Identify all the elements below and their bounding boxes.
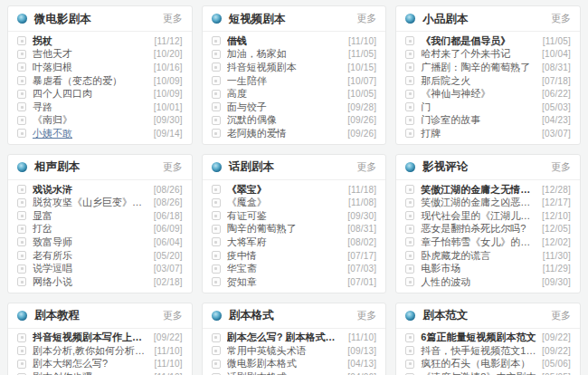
list-item: 有证可鉴[09/30] xyxy=(212,209,377,223)
doc-bullet-icon xyxy=(405,333,414,342)
article-link[interactable]: 《速度与激情8》中文剧本 xyxy=(421,370,536,375)
article-link[interactable]: 章子怡韩雪《女儿》的寒蝉效应 xyxy=(421,236,536,249)
article-link[interactable]: 《魔盒》 xyxy=(227,196,343,209)
list-item: 暴虐看（变态的爱）[10/09] xyxy=(17,74,183,88)
panel-short-video-scripts: 短视频剧本 更多 借钱[11/10]加油，杨家如[11/05]抖音短视频剧本[1… xyxy=(202,5,387,145)
article-date: [09/22] xyxy=(542,332,571,342)
more-link[interactable]: 更多 xyxy=(163,12,183,25)
article-link[interactable]: 说学逗唱 xyxy=(33,262,148,275)
article-date: [10/07] xyxy=(347,76,376,86)
article-link[interactable]: 脱贫攻坚《山乡巨变》四人表演唱 xyxy=(33,196,148,209)
article-link[interactable]: 话剧剧本格式 xyxy=(227,370,343,375)
list-item: 说学逗唱[03/07] xyxy=(17,262,183,275)
more-link[interactable]: 更多 xyxy=(356,12,376,25)
article-date: [07/18] xyxy=(542,76,571,86)
article-link[interactable]: 抖音，快手短视频范文10篇 xyxy=(421,344,536,358)
article-link[interactable]: 疯狂的石头（电影剧本） xyxy=(421,357,536,370)
article-link[interactable]: 门 xyxy=(421,101,536,114)
article-link[interactable]: 网络小说 xyxy=(33,275,148,289)
article-link[interactable]: 寻路 xyxy=(33,101,148,114)
article-link[interactable]: 老阿姨的爱情 xyxy=(227,127,343,140)
article-link[interactable]: 《神仙与神经》 xyxy=(421,87,536,101)
article-date: [11/12] xyxy=(154,36,182,46)
article-link[interactable]: 致富导师 xyxy=(33,236,148,249)
article-link[interactable]: 高度 xyxy=(227,87,343,101)
article-date: [10/05] xyxy=(347,89,376,99)
panel-header: 话剧剧本 更多 xyxy=(203,155,386,180)
article-link[interactable]: 暴虐看（变态的爱） xyxy=(33,74,148,88)
article-link[interactable]: 借钱 xyxy=(227,34,343,48)
article-link[interactable]: 吉他天才 xyxy=(33,47,148,61)
article-link[interactable]: 电影市场 xyxy=(421,262,536,275)
article-link[interactable]: 四个人四口肉 xyxy=(33,87,148,101)
doc-bullet-icon xyxy=(212,346,221,355)
doc-bullet-icon xyxy=(405,90,414,99)
article-link[interactable]: 人性的波动 xyxy=(421,275,536,289)
article-link[interactable]: 《南归》 xyxy=(33,113,148,127)
doc-bullet-icon xyxy=(212,36,221,45)
panel-title: 影视评论 xyxy=(422,160,468,173)
article-date: [11/05] xyxy=(543,36,571,46)
article-link[interactable]: 面与饺子 xyxy=(227,101,343,114)
article-link[interactable]: 笑傲江湖的金庸之无情男与渣男 xyxy=(421,183,536,197)
article-link[interactable]: 打牌 xyxy=(421,127,536,140)
list-item: 网络小说[02/18] xyxy=(17,275,183,289)
article-date: [09/22] xyxy=(154,332,183,342)
article-date: [11/10] xyxy=(154,346,182,356)
article-link[interactable]: 打岔 xyxy=(33,222,148,236)
article-link[interactable]: 显富 xyxy=(33,209,148,223)
article-link[interactable]: 恶女是翻拍杀死比尔吗? xyxy=(421,222,536,236)
article-link[interactable]: 门诊室的故事 xyxy=(421,113,536,127)
article-link[interactable]: 6篇正能量短视频剧本范文 xyxy=(421,331,536,344)
article-link[interactable]: 抖音短视频剧本 xyxy=(227,61,343,74)
more-link[interactable]: 更多 xyxy=(356,309,376,322)
article-link[interactable]: 常用中英镜头术语 xyxy=(227,344,343,358)
article-link[interactable]: 加油，杨家如 xyxy=(227,47,343,61)
article-link[interactable]: 贺知章 xyxy=(227,275,343,289)
article-link[interactable]: 小姨不敢 xyxy=(33,127,148,140)
more-link[interactable]: 更多 xyxy=(551,160,571,174)
panel-microfilm-scripts: 微电影剧本 更多 拐杖[11/12]吉他天才[10/20]叶落归根[10/16]… xyxy=(7,5,193,145)
article-date: [06/09] xyxy=(154,224,183,234)
article-link[interactable]: 《翠宝》 xyxy=(227,183,343,197)
article-link[interactable]: 广播剧：陶辛的葡萄熟了 xyxy=(421,61,536,74)
article-link[interactable]: 老有所乐 xyxy=(33,249,148,263)
more-link[interactable]: 更多 xyxy=(551,309,571,322)
more-link[interactable]: 更多 xyxy=(163,160,183,174)
more-link[interactable]: 更多 xyxy=(356,160,376,174)
article-list: 拐杖[11/12]吉他天才[10/20]叶落归根[10/16]暴虐看（变态的爱）… xyxy=(8,32,192,144)
doc-bullet-icon xyxy=(17,251,26,260)
article-link[interactable]: 哈村来了个外来书记 xyxy=(421,47,536,61)
article-date: [08/26] xyxy=(154,185,183,195)
article-date: [09/26] xyxy=(347,115,376,125)
article-link[interactable]: 《我们都是倡导员》 xyxy=(421,34,536,48)
article-link[interactable]: 剧本大纲怎么写? xyxy=(33,357,148,370)
more-link[interactable]: 更多 xyxy=(163,309,183,322)
article-link[interactable]: 戏说水浒 xyxy=(33,183,148,197)
article-link[interactable]: 一生陪伴 xyxy=(227,74,343,88)
article-date: [11/10] xyxy=(348,332,376,342)
category-dot-icon xyxy=(17,14,27,24)
article-link[interactable]: 微电影剧本格式 xyxy=(227,357,343,370)
article-link[interactable]: 笑傲江湖的金庸之凶恶毒妇与英雄 xyxy=(421,196,536,209)
article-link[interactable]: 有证可鉴 xyxy=(227,209,343,223)
article-link[interactable]: 抖音短视频剧本写作上热门技巧 xyxy=(33,331,148,344)
article-date: [05/03] xyxy=(542,102,571,112)
article-link[interactable]: 剧本分析,教你如何分析剧本 xyxy=(33,344,148,358)
article-link[interactable]: 陶辛的葡萄熟了 xyxy=(227,222,343,236)
article-link[interactable]: 叶落归根 xyxy=(33,61,148,74)
article-link[interactable]: 大将军府 xyxy=(227,236,343,249)
doc-bullet-icon xyxy=(17,76,26,85)
article-link[interactable]: 沉默的偶像 xyxy=(227,113,343,127)
doc-bullet-icon xyxy=(212,277,221,286)
article-link[interactable]: 拐杖 xyxy=(33,34,148,48)
article-link[interactable]: 华宝斋 xyxy=(227,262,343,275)
article-link[interactable]: 现代社会里的《江湖儿女》装满酒的脸盆 xyxy=(421,209,536,223)
article-link[interactable]: 卧虎藏龙的谎言 xyxy=(421,249,536,263)
article-date: [09/13] xyxy=(347,346,376,356)
article-link[interactable]: 剧本怎么写? 剧本格式规范 xyxy=(227,331,343,344)
article-link[interactable]: 那后院之火 xyxy=(421,74,536,88)
article-link[interactable]: 疫中情 xyxy=(227,249,343,263)
article-link[interactable]: 剧本创作步骤 xyxy=(33,370,148,375)
more-link[interactable]: 更多 xyxy=(551,12,571,25)
